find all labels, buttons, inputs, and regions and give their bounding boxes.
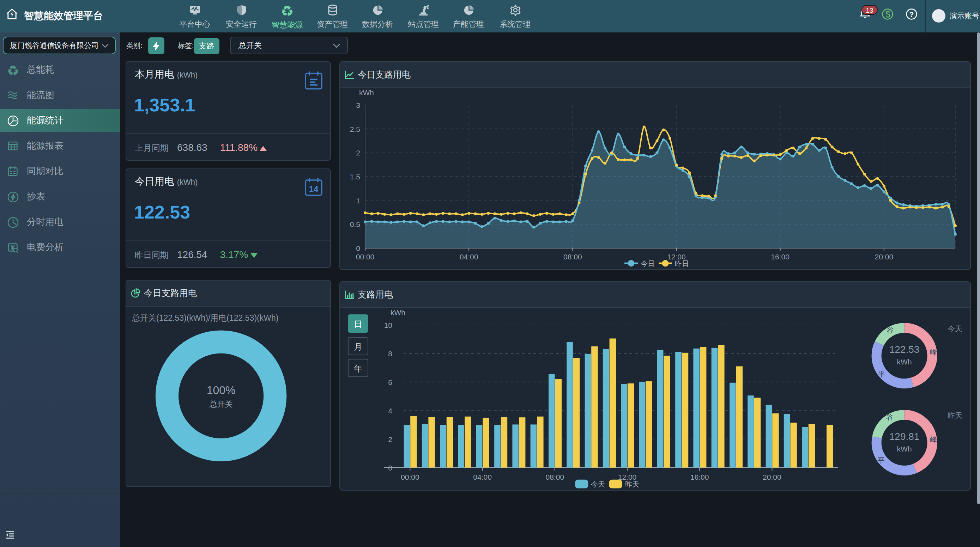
svg-text:0.5: 0.5 <box>350 220 360 228</box>
svg-text:16:00: 16:00 <box>771 253 789 261</box>
svg-text:12:00: 12:00 <box>618 473 637 481</box>
svg-text:kWh: kWh <box>897 358 912 366</box>
svg-text:8: 8 <box>388 350 392 358</box>
svg-text:kWh: kWh <box>359 89 374 97</box>
svg-text:1: 1 <box>356 197 360 205</box>
svg-text:峰: 峰 <box>930 436 937 443</box>
svg-text:昨天: 昨天 <box>948 411 963 419</box>
svg-text:14: 14 <box>309 184 318 194</box>
svg-text:谷: 谷 <box>886 327 894 334</box>
svg-text:平: 平 <box>878 370 885 378</box>
svg-text:kWh: kWh <box>391 308 405 317</box>
svg-text:04:00: 04:00 <box>473 473 492 481</box>
svg-text:4: 4 <box>388 407 392 415</box>
svg-text:08:00: 08:00 <box>563 253 582 261</box>
svg-text:08:00: 08:00 <box>546 473 565 481</box>
svg-text:今日: 今日 <box>641 260 655 268</box>
svg-text:昨天: 昨天 <box>625 480 639 488</box>
svg-text:6: 6 <box>388 378 392 386</box>
svg-text:昨日: 昨日 <box>675 260 689 268</box>
svg-text:谷: 谷 <box>886 414 893 421</box>
svg-text:峰: 峰 <box>930 348 937 356</box>
svg-text:20:00: 20:00 <box>875 253 894 261</box>
svg-text:10: 10 <box>384 321 392 329</box>
svg-text:2: 2 <box>356 149 360 157</box>
svg-text:00:00: 00:00 <box>356 253 375 261</box>
svg-text:04:00: 04:00 <box>460 253 478 261</box>
svg-text:kWh: kWh <box>897 445 912 453</box>
svg-text:16:00: 16:00 <box>690 473 709 481</box>
svg-text:129.81: 129.81 <box>889 431 920 442</box>
svg-text:100%: 100% <box>207 384 235 396</box>
svg-text:今天: 今天 <box>948 325 963 333</box>
svg-text:今天: 今天 <box>591 480 605 488</box>
svg-text:?: ? <box>910 10 914 18</box>
svg-text:0: 0 <box>388 464 392 472</box>
svg-text:00:00: 00:00 <box>401 473 420 481</box>
svg-text:2: 2 <box>388 435 392 443</box>
svg-text:0: 0 <box>356 244 360 252</box>
svg-text:3: 3 <box>356 101 360 109</box>
svg-text:2.5: 2.5 <box>350 125 360 133</box>
svg-text:总开关: 总开关 <box>209 400 233 409</box>
svg-text:20:00: 20:00 <box>763 473 781 481</box>
svg-text:平: 平 <box>877 457 885 464</box>
svg-text:1.5: 1.5 <box>350 173 360 181</box>
svg-text:122.53: 122.53 <box>889 344 920 355</box>
